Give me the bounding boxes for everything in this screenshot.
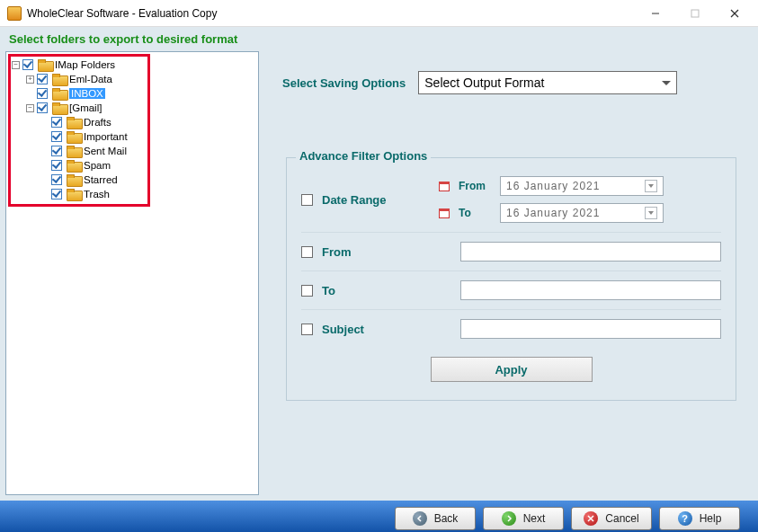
date-range-row: Date Range From 16 January 2021 To xyxy=(301,167,721,233)
output-format-combo[interactable]: Select Output Format xyxy=(418,71,677,94)
to-filter-row: To xyxy=(301,271,721,310)
svg-rect-1 xyxy=(691,10,699,17)
tree-node-root[interactable]: − IMap Folders xyxy=(12,58,254,72)
to-label: To xyxy=(322,284,403,297)
help-icon: ? xyxy=(678,511,692,526)
cancel-label: Cancel xyxy=(605,512,638,525)
folder-tree[interactable]: − IMap Folders + Eml-Data xyxy=(10,58,254,201)
apply-button[interactable]: Apply xyxy=(431,357,593,382)
footer-bar: Back Next Cancel ? Help xyxy=(0,501,758,532)
tree-node-sentmail[interactable]: Sent Mail xyxy=(40,144,254,158)
from-date-label: From xyxy=(459,180,491,192)
help-button[interactable]: ? Help xyxy=(659,507,740,530)
close-button[interactable] xyxy=(715,1,754,26)
checkbox[interactable] xyxy=(37,88,48,99)
subject-checkbox[interactable] xyxy=(301,324,313,335)
to-input[interactable] xyxy=(460,280,721,300)
expand-icon[interactable]: + xyxy=(26,75,34,84)
help-label: Help xyxy=(700,512,722,525)
node-label: INBOX xyxy=(69,88,105,99)
collapse-icon[interactable]: − xyxy=(12,61,20,69)
collapse-icon[interactable]: − xyxy=(26,104,34,112)
folder-icon xyxy=(38,59,52,70)
window-title: WholeClear Software - Evaluation Copy xyxy=(27,7,217,20)
date-range-checkbox[interactable] xyxy=(301,194,313,206)
filter-legend: Advance Filter Options xyxy=(296,149,431,163)
checkbox[interactable] xyxy=(37,74,48,84)
to-date-value: 16 January 2021 xyxy=(506,207,600,219)
from-input[interactable] xyxy=(460,242,721,262)
minimize-button[interactable] xyxy=(636,1,675,26)
node-label: Trash xyxy=(84,189,110,200)
checkbox[interactable] xyxy=(51,160,62,171)
from-checkbox[interactable] xyxy=(301,246,313,258)
chevron-down-icon xyxy=(662,81,671,85)
folder-icon xyxy=(52,74,67,84)
tree-node-inbox[interactable]: INBOX xyxy=(26,86,254,101)
node-label: [Gmail] xyxy=(69,102,102,113)
to-date-input[interactable]: 16 January 2021 xyxy=(500,203,664,223)
saving-options-label: Select Saving Options xyxy=(282,76,406,90)
checkbox[interactable] xyxy=(51,117,62,128)
back-button[interactable]: Back xyxy=(395,507,476,530)
tree-node-gmail[interactable]: − [Gmail] xyxy=(26,101,254,115)
tree-node-emldata[interactable]: + Eml-Data xyxy=(26,72,254,86)
spacer xyxy=(26,90,34,98)
node-label: Sent Mail xyxy=(84,146,127,156)
checkbox[interactable] xyxy=(51,131,62,142)
tree-node-drafts[interactable]: Drafts xyxy=(40,115,254,129)
checkbox[interactable] xyxy=(51,174,62,185)
tree-node-important[interactable]: Important xyxy=(40,129,254,144)
from-filter-row: From xyxy=(301,233,721,271)
date-range-label: Date Range xyxy=(322,193,403,207)
to-date-label: To xyxy=(459,207,491,219)
options-panel: Select Saving Options Select Output Form… xyxy=(264,51,753,495)
folder-icon xyxy=(67,189,81,200)
folder-icon xyxy=(52,88,67,99)
folder-icon xyxy=(67,174,81,185)
back-icon xyxy=(413,511,427,526)
cancel-icon xyxy=(584,511,598,526)
date-dropdown-icon[interactable] xyxy=(645,180,657,192)
folder-icon xyxy=(67,160,81,171)
calendar-icon xyxy=(439,208,450,218)
node-label: Eml-Data xyxy=(69,74,112,84)
from-date-value: 16 January 2021 xyxy=(506,180,600,192)
folder-icon xyxy=(67,117,81,128)
back-label: Back xyxy=(434,512,459,525)
next-button[interactable]: Next xyxy=(483,507,564,530)
folder-tree-panel: − IMap Folders + Eml-Data xyxy=(5,51,259,495)
from-label: From xyxy=(322,245,403,259)
checkbox[interactable] xyxy=(51,146,62,156)
app-icon xyxy=(7,6,22,21)
date-dropdown-icon[interactable] xyxy=(645,207,657,219)
main-area: − IMap Folders + Eml-Data xyxy=(0,51,758,501)
from-date-input[interactable]: 16 January 2021 xyxy=(500,176,664,196)
next-label: Next xyxy=(523,512,546,525)
checkbox[interactable] xyxy=(22,59,33,70)
advance-filter-group: Advance Filter Options Date Range From 1… xyxy=(286,157,736,401)
checkbox[interactable] xyxy=(37,102,48,113)
combo-placeholder: Select Output Format xyxy=(424,75,544,90)
folder-icon xyxy=(52,102,67,113)
subject-input[interactable] xyxy=(460,319,721,339)
calendar-icon xyxy=(439,182,450,191)
maximize-button[interactable] xyxy=(675,1,715,26)
node-label: Spam xyxy=(84,160,111,171)
tree-node-starred[interactable]: Starred xyxy=(40,173,254,187)
subject-label: Subject xyxy=(322,323,403,336)
node-label: Drafts xyxy=(84,117,111,128)
cancel-button[interactable]: Cancel xyxy=(571,507,652,530)
node-label: Important xyxy=(84,131,128,142)
checkbox[interactable] xyxy=(51,189,62,200)
tree-node-trash[interactable]: Trash xyxy=(40,187,254,201)
folder-icon xyxy=(67,146,81,156)
instruction-text: Select folders to export to desired form… xyxy=(0,27,758,51)
title-bar: WholeClear Software - Evaluation Copy xyxy=(0,0,758,27)
node-label: Starred xyxy=(84,174,118,185)
node-label: IMap Folders xyxy=(55,59,115,70)
tree-node-spam[interactable]: Spam xyxy=(40,158,254,173)
to-checkbox[interactable] xyxy=(301,285,313,297)
subject-filter-row: Subject xyxy=(301,310,721,348)
folder-icon xyxy=(67,131,81,142)
